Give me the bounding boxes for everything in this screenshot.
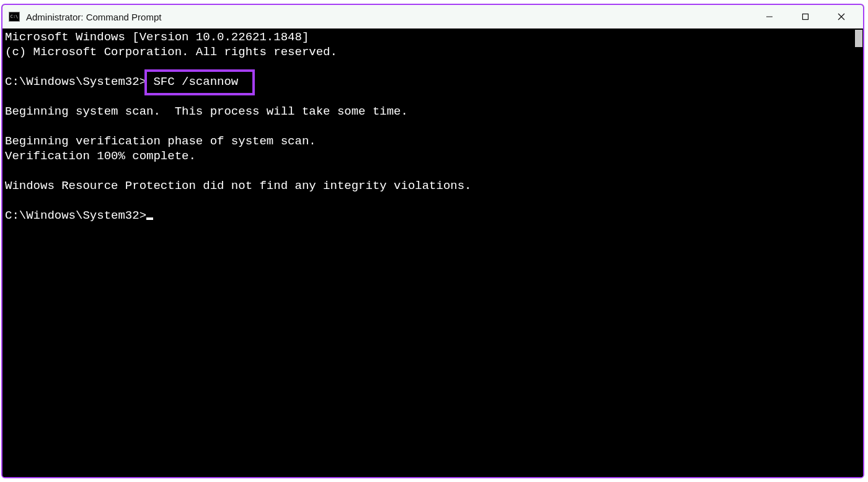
cmd-icon: [9, 12, 20, 22]
maximize-button[interactable]: [787, 5, 823, 28]
output-line: Beginning system scan. This process will…: [5, 105, 408, 118]
output-line: Windows Resource Protection did not find…: [5, 179, 472, 193]
scrollbar-thumb[interactable]: [855, 30, 862, 47]
cursor: [146, 217, 153, 220]
titlebar[interactable]: Administrator: Command Prompt: [2, 5, 863, 28]
prompt-path: C:\Windows\System32>: [5, 209, 146, 222]
output-line: Beginning verification phase of system s…: [5, 134, 316, 148]
terminal-area[interactable]: Microsoft Windows [Version 10.0.22621.18…: [2, 28, 863, 477]
entered-command: SFC /scannow: [153, 75, 238, 89]
output-line: (c) Microsoft Corporation. All rights re…: [5, 45, 337, 59]
output-line: Microsoft Windows [Version 10.0.22621.18…: [5, 30, 309, 44]
window-title: Administrator: Command Prompt: [26, 12, 161, 22]
vertical-scrollbar[interactable]: [853, 28, 863, 477]
window-controls: [751, 5, 859, 28]
close-button[interactable]: [823, 5, 859, 28]
terminal-output[interactable]: Microsoft Windows [Version 10.0.22621.18…: [2, 28, 853, 477]
output-line: Verification 100% complete.: [5, 149, 196, 163]
prompt-path: C:\Windows\System32>: [5, 75, 146, 89]
svg-rect-1: [803, 14, 808, 20]
minimize-icon: [765, 12, 774, 21]
maximize-icon: [801, 12, 810, 21]
close-icon: [837, 12, 846, 21]
minimize-button[interactable]: [751, 5, 787, 28]
command-prompt-window: Administrator: Command Prompt Microsoft …: [1, 4, 864, 478]
